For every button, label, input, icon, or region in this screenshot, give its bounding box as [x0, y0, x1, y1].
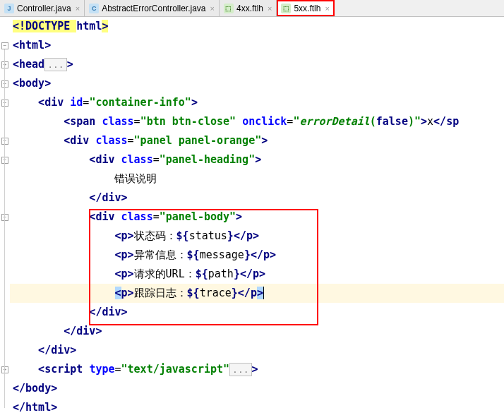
- text-caret: [263, 287, 264, 299]
- code-line: <div class="panel-body">: [10, 208, 504, 227]
- fold-marker[interactable]: −: [1, 138, 8, 145]
- code-line: </html>: [10, 398, 504, 417]
- tab-label: 4xx.ftlh: [236, 4, 263, 13]
- code-line: </div>: [10, 341, 504, 360]
- editor-tabs: J Controller.java × C AbstractErrorContr…: [0, 0, 504, 17]
- fold-marker[interactable]: −: [1, 157, 8, 164]
- code-line: <script type="text/javascript"...>: [10, 360, 504, 379]
- code-line: </body>: [10, 379, 504, 398]
- code-line: <!DOCTYPE html>: [10, 17, 504, 36]
- tab-4xx-ftlh[interactable]: ⬚ 4xx.ftlh ×: [220, 0, 277, 16]
- code-line: </div>: [10, 303, 504, 322]
- tab-5xx-ftlh[interactable]: ⬚ 5xx.ftlh ×: [277, 0, 334, 16]
- code-line: <div class="panel-heading">: [10, 150, 504, 169]
- code-line: </div>: [10, 188, 504, 208]
- close-icon[interactable]: ×: [76, 4, 80, 13]
- ftlh-file-icon: ⬚: [281, 4, 291, 13]
- tab-label: Controller.java: [17, 4, 71, 13]
- code-editor[interactable]: <!DOCTYPE html> <html> <head...> <body> …: [10, 17, 504, 420]
- fold-placeholder[interactable]: ...: [229, 363, 251, 376]
- fold-marker[interactable]: −: [1, 42, 8, 49]
- java-class-icon: C: [89, 4, 99, 13]
- code-line: <p>请求的URL：${path}</p>: [10, 265, 504, 284]
- code-line: <div class="panel panel-orange">: [10, 131, 504, 150]
- ftlh-file-icon: ⬚: [224, 4, 234, 13]
- fold-marker[interactable]: −: [1, 214, 8, 221]
- code-line: <span class="btn btn-close" onclick="err…: [10, 112, 504, 131]
- close-icon[interactable]: ×: [325, 4, 329, 13]
- tab-controller-java[interactable]: J Controller.java ×: [0, 0, 85, 16]
- tab-label: 5xx.ftlh: [294, 4, 320, 13]
- close-icon[interactable]: ×: [268, 4, 272, 13]
- fold-marker[interactable]: −: [1, 100, 8, 107]
- fold-marker[interactable]: +: [1, 61, 8, 68]
- java-file-icon: J: [4, 4, 14, 13]
- close-icon[interactable]: ×: [210, 4, 215, 13]
- code-line: <div id="container-info">: [10, 93, 504, 112]
- code-line: <p>状态码：${status}</p>: [10, 227, 504, 246]
- fold-marker[interactable]: +: [1, 366, 8, 373]
- tab-abstracterrorcontroller-java[interactable]: C AbstractErrorController.java ×: [85, 0, 220, 16]
- code-line: 错误说明: [10, 169, 504, 188]
- code-line: </div>: [10, 322, 504, 341]
- fold-marker[interactable]: −: [1, 80, 8, 88]
- code-line: <body>: [10, 74, 504, 93]
- fold-placeholder[interactable]: ...: [44, 58, 66, 71]
- tab-label: AbstractErrorController.java: [102, 4, 205, 13]
- code-line: <p>异常信息：${message}</p>: [10, 246, 504, 265]
- code-line: <head...>: [10, 55, 504, 74]
- fold-gutter: − + − − − − − +: [0, 17, 10, 420]
- code-line-current: <p>跟踪日志：${trace}</p>: [10, 284, 504, 303]
- code-line: <html>: [10, 36, 504, 55]
